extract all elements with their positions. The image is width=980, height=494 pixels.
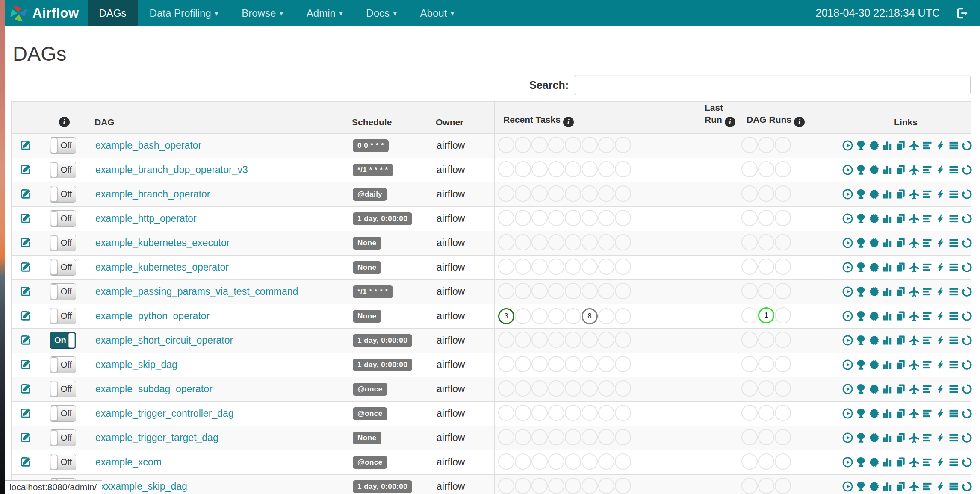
trigger-dag-icon[interactable] [842, 432, 853, 444]
task-state-circle[interactable] [582, 161, 598, 177]
dag-run-state-circle[interactable] [741, 356, 758, 372]
landing-times-icon[interactable] [908, 335, 920, 346]
code-view-icon[interactable] [935, 286, 946, 297]
task-state-circle[interactable] [565, 356, 581, 372]
task-state-circle[interactable] [498, 332, 514, 348]
task-tries-icon[interactable] [895, 383, 906, 395]
task-state-circle[interactable]: 8 [582, 308, 598, 324]
task-state-circle[interactable] [548, 356, 564, 372]
task-state-circle[interactable] [565, 161, 581, 177]
task-state-circle[interactable] [548, 308, 564, 324]
graph-view-icon[interactable] [868, 383, 880, 395]
tree-view-icon[interactable] [855, 481, 867, 492]
task-state-circle[interactable] [498, 185, 514, 202]
dag-run-state-circle[interactable] [775, 356, 791, 372]
code-view-icon[interactable] [935, 383, 946, 395]
task-state-circle[interactable] [531, 234, 548, 250]
task-state-circle[interactable] [515, 259, 531, 275]
task-state-circle[interactable] [615, 356, 631, 372]
dag-link[interactable]: example_trigger_controller_dag [95, 408, 233, 419]
landing-times-icon[interactable] [908, 481, 920, 492]
refresh-icon[interactable] [961, 383, 973, 395]
task-state-circle[interactable] [531, 308, 548, 324]
task-state-circle[interactable] [565, 137, 581, 153]
dag-link[interactable]: example_branch_operator [95, 188, 210, 200]
dag-pause-toggle[interactable]: Off [50, 308, 76, 324]
dag-link[interactable]: example_http_operator [95, 213, 197, 224]
dag-pause-toggle[interactable]: Off [50, 283, 76, 300]
task-duration-icon[interactable] [882, 432, 893, 444]
task-tries-icon[interactable] [895, 359, 906, 370]
gantt-icon[interactable] [921, 310, 933, 322]
logs-icon[interactable] [948, 481, 959, 492]
task-state-circle[interactable] [515, 332, 531, 348]
task-state-circle[interactable] [548, 259, 564, 275]
dag-run-state-circle[interactable] [758, 185, 774, 202]
task-duration-icon[interactable] [882, 408, 893, 419]
info-icon[interactable] [563, 117, 574, 127]
trigger-dag-icon[interactable] [842, 359, 853, 370]
dag-run-state-circle[interactable] [775, 283, 791, 299]
gantt-icon[interactable] [921, 481, 933, 492]
dag-link[interactable]: example_skip_dag [95, 359, 177, 370]
task-state-circle[interactable] [598, 185, 614, 202]
dag-run-state-circle[interactable] [741, 161, 758, 177]
task-duration-icon[interactable] [882, 383, 893, 395]
info-icon[interactable] [59, 117, 70, 127]
landing-times-icon[interactable] [908, 164, 920, 176]
tree-view-icon[interactable] [855, 456, 867, 468]
task-tries-icon[interactable] [895, 481, 906, 492]
code-view-icon[interactable] [935, 310, 946, 322]
tree-view-icon[interactable] [855, 286, 867, 297]
logs-icon[interactable] [948, 164, 959, 176]
task-tries-icon[interactable] [895, 188, 906, 200]
graph-view-icon[interactable] [868, 237, 880, 249]
info-icon[interactable] [794, 117, 805, 127]
task-state-circle[interactable] [515, 210, 531, 226]
dag-run-state-circle[interactable] [741, 405, 758, 421]
dag-link[interactable]: example_short_circuit_operator [95, 335, 233, 346]
task-state-circle[interactable] [498, 137, 514, 153]
tree-view-icon[interactable] [855, 237, 867, 249]
dag-run-state-circle[interactable] [758, 210, 774, 226]
logs-icon[interactable] [948, 359, 959, 370]
dag-run-state-circle[interactable] [758, 161, 774, 177]
task-state-circle[interactable] [515, 478, 531, 494]
task-state-circle[interactable] [515, 283, 531, 299]
task-state-circle[interactable] [582, 332, 598, 348]
refresh-icon[interactable] [961, 140, 973, 151]
task-state-circle[interactable] [565, 380, 581, 397]
refresh-icon[interactable] [961, 262, 973, 273]
task-state-circle[interactable] [582, 234, 598, 250]
task-state-circle[interactable] [531, 210, 548, 226]
refresh-icon[interactable] [961, 432, 973, 444]
edit-dag-icon[interactable] [19, 309, 32, 322]
dag-run-state-circle[interactable] [741, 210, 758, 226]
task-state-circle[interactable] [548, 453, 564, 470]
tree-view-icon[interactable] [855, 383, 867, 395]
edit-dag-icon[interactable] [19, 382, 32, 395]
task-tries-icon[interactable] [895, 286, 906, 297]
nav-item-browse[interactable]: Browse [230, 0, 295, 26]
logs-icon[interactable] [948, 335, 959, 346]
dag-link[interactable]: example_passing_params_via_test_command [95, 286, 298, 297]
edit-dag-icon[interactable] [19, 406, 32, 419]
task-tries-icon[interactable] [895, 456, 906, 468]
header-schedule[interactable]: Schedule [343, 102, 427, 134]
dag-run-state-circle[interactable] [775, 478, 791, 494]
task-state-circle[interactable] [565, 283, 581, 299]
logs-icon[interactable] [948, 213, 959, 224]
header-dag[interactable]: DAG [86, 102, 343, 134]
edit-dag-icon[interactable] [19, 212, 32, 224]
task-state-circle[interactable] [531, 137, 548, 153]
dag-run-state-circle[interactable] [741, 332, 758, 348]
task-state-circle[interactable] [548, 161, 564, 177]
task-state-circle[interactable] [615, 429, 631, 445]
task-state-circle[interactable] [548, 137, 564, 153]
dag-run-state-circle[interactable] [741, 283, 758, 299]
dag-pause-toggle[interactable]: Off [50, 381, 76, 397]
task-state-circle[interactable] [531, 453, 548, 470]
task-state-circle[interactable] [615, 380, 631, 397]
edit-dag-icon[interactable] [19, 431, 32, 444]
task-tries-icon[interactable] [895, 262, 906, 273]
